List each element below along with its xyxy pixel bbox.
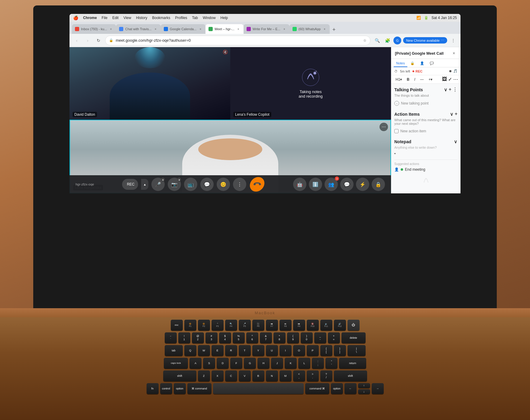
- bold-button[interactable]: B: [405, 77, 411, 82]
- key-1[interactable]: !1: [178, 332, 190, 343]
- panel-tab-lock[interactable]: 🔒: [408, 60, 417, 67]
- key-g[interactable]: G: [244, 358, 256, 369]
- key-command-left[interactable]: ⌘ command: [187, 383, 212, 394]
- tab-inbox[interactable]: Inbox (793) - ku... ×: [72, 24, 116, 34]
- emoji-button[interactable]: 😊: [217, 178, 230, 191]
- key-power[interactable]: ⏻: [347, 320, 360, 331]
- key-lbracket[interactable]: {[: [320, 345, 332, 356]
- profile-icon-btn[interactable]: G: [393, 37, 401, 44]
- key-z[interactable]: Z: [198, 370, 210, 381]
- menu-window[interactable]: Window: [203, 16, 216, 20]
- forward-button[interactable]: ›: [83, 36, 92, 45]
- captions-button[interactable]: 💬: [200, 178, 214, 191]
- key-8[interactable]: *8: [273, 332, 286, 343]
- key-option-right[interactable]: option: [331, 383, 343, 394]
- panel-tab-user[interactable]: 👤: [418, 60, 427, 67]
- rec-chevron-button[interactable]: ▲: [141, 179, 148, 190]
- people-button[interactable]: 👥 3: [325, 178, 338, 191]
- key-6[interactable]: ^6: [246, 332, 258, 343]
- tp-add-icon[interactable]: +: [449, 87, 451, 92]
- key-f2[interactable]: 🔆F2: [198, 320, 210, 331]
- panel-tab-notes[interactable]: Notes: [394, 60, 407, 67]
- menu-tab[interactable]: Tab: [192, 16, 198, 20]
- panel-more-icon[interactable]: ⋯: [453, 76, 458, 82]
- key-f1[interactable]: 🔆F1: [184, 320, 196, 331]
- more-button[interactable]: ⋮: [233, 178, 246, 191]
- key-delete[interactable]: delete: [341, 332, 366, 343]
- new-talking-point-button[interactable]: ○ New talking point: [394, 100, 457, 107]
- key-x[interactable]: X: [212, 370, 224, 381]
- key-j[interactable]: J: [271, 358, 283, 369]
- key-fn[interactable]: fn: [147, 383, 159, 394]
- key-backtick[interactable]: ~`: [165, 332, 177, 343]
- ai-add-icon[interactable]: +: [455, 111, 457, 117]
- key-escape[interactable]: esc: [171, 320, 183, 331]
- key-slash[interactable]: ?/: [320, 370, 332, 381]
- tp-expand-icon[interactable]: ∨: [444, 87, 448, 92]
- menu-profiles[interactable]: Profiles: [175, 16, 187, 20]
- key-u[interactable]: U: [266, 345, 278, 356]
- key-k[interactable]: K: [285, 358, 297, 369]
- safety-button[interactable]: 🔒: [372, 178, 385, 191]
- key-y[interactable]: Y: [252, 345, 264, 356]
- key-f8[interactable]: ⏯F8: [280, 320, 292, 331]
- key-return[interactable]: return: [339, 358, 366, 369]
- search-icon-btn[interactable]: 🔍: [373, 36, 381, 45]
- panel-close-button[interactable]: ×: [451, 50, 457, 56]
- key-c[interactable]: C: [225, 370, 237, 381]
- key-option[interactable]: option: [174, 383, 186, 394]
- menu-bookmarks[interactable]: Bookmarks: [152, 16, 170, 20]
- menu-view[interactable]: View: [123, 16, 131, 20]
- key-semicolon[interactable]: :;: [312, 358, 324, 369]
- tab-close-chat[interactable]: ×: [154, 27, 158, 31]
- menu-file[interactable]: File: [102, 16, 107, 20]
- key-lshift[interactable]: shift: [163, 370, 196, 381]
- end-call-button[interactable]: 📞: [247, 174, 267, 193]
- key-f6[interactable]: ⬛F6: [252, 320, 264, 331]
- key-f7[interactable]: ⏮F7: [266, 320, 278, 331]
- back-button[interactable]: ‹: [73, 36, 81, 45]
- tab-meet[interactable]: Meet – hgr-... ×: [205, 24, 243, 34]
- key-d[interactable]: D: [217, 358, 229, 369]
- key-m[interactable]: M: [280, 370, 292, 381]
- key-o[interactable]: O: [293, 345, 305, 356]
- key-arrow-down[interactable]: ↓: [358, 389, 370, 394]
- key-command-right[interactable]: command ⌘: [305, 383, 329, 394]
- ai-expand-icon[interactable]: ∨: [450, 111, 454, 117]
- extensions-icon-btn[interactable]: 🧩: [383, 36, 392, 45]
- key-f4[interactable]: 🔍F4: [225, 320, 237, 331]
- key-i[interactable]: I: [280, 345, 292, 356]
- chat-button[interactable]: 💬: [340, 178, 354, 191]
- key-2[interactable]: @2: [192, 332, 204, 343]
- key-f3[interactable]: ⌃F3: [212, 320, 224, 331]
- key-f10[interactable]: 🔇F10: [307, 320, 319, 331]
- tab-writeforme[interactable]: Write For Me – E... ×: [244, 24, 289, 34]
- tab-close-inbox[interactable]: ×: [109, 27, 113, 31]
- key-comma[interactable]: <,: [293, 370, 305, 381]
- bookmark-star-icon[interactable]: ☆: [363, 38, 367, 43]
- key-l[interactable]: L: [298, 358, 310, 369]
- camera-button[interactable]: 📷 ▲: [168, 178, 181, 191]
- menu-history[interactable]: History: [136, 16, 147, 20]
- key-q[interactable]: Q: [184, 345, 196, 356]
- tab-close-whatsapp[interactable]: ×: [322, 27, 327, 31]
- end-meeting-suggestion[interactable]: 👤 End meeting: [394, 167, 457, 172]
- key-9[interactable]: (9: [287, 332, 299, 343]
- key-a[interactable]: A: [189, 358, 202, 369]
- key-f12[interactable]: 🔊F12: [334, 320, 346, 331]
- key-rbracket[interactable]: }]: [334, 345, 346, 356]
- tab-calendar[interactable]: Google Calenda... ×: [161, 24, 206, 34]
- tab-close-calendar[interactable]: ×: [198, 27, 202, 31]
- key-arrow-right[interactable]: →: [372, 383, 384, 394]
- key-v[interactable]: V: [239, 370, 251, 381]
- rec-button[interactable]: REC: [122, 179, 138, 190]
- key-7[interactable]: &7: [260, 332, 272, 343]
- tp-more-icon[interactable]: ⋮: [453, 87, 457, 92]
- panel-check-icon[interactable]: ✓: [448, 76, 452, 82]
- key-b[interactable]: B: [252, 370, 264, 381]
- notepad-expand-icon[interactable]: ∨: [454, 139, 457, 144]
- key-4[interactable]: $4: [219, 332, 231, 343]
- panel-image-icon[interactable]: 🖼: [442, 76, 447, 82]
- key-e[interactable]: E: [212, 345, 224, 356]
- tab-whatsapp[interactable]: (60) WhatsApp ×: [289, 24, 330, 34]
